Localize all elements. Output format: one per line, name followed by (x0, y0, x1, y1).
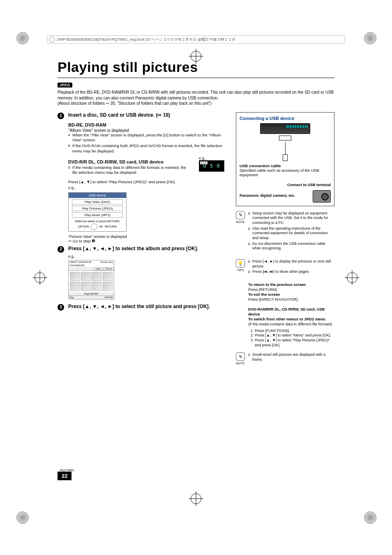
switch-step: Press [▲, ▼] to select "Play Pictures (J… (255, 338, 334, 348)
bdre-bullet: When the "Title View" screen is displaye… (68, 133, 228, 143)
crop-mark-icon (16, 511, 28, 523)
exit-body: Press [DIRECT NAVIGATOR]. (248, 297, 334, 302)
step-number-1: 1 (58, 113, 64, 119)
switch-heading-1: DVD-RAM/R/R DL, CD-R/RW, SD card, USB de… (248, 307, 325, 316)
dn-media: DVD-RAM(VR) (69, 264, 85, 267)
intro-text-2: (About structure of folders ⇨ 35, "Struc… (58, 101, 334, 106)
usb-menu-header: USB device (69, 193, 126, 198)
tips-label: TIPS (236, 268, 245, 272)
dvd-press-line: Press [▲, ▼] to select "Play Pictures (J… (68, 180, 228, 184)
usb-menu-option: Play Music (MP3) (72, 212, 123, 218)
dn-tab-video: Video (94, 267, 103, 270)
bdre-line: "Album View" screen is displayed (68, 128, 228, 133)
intro-text: Playback of the BD-RE, DVD-RAM/R/R DL or… (58, 90, 334, 101)
gear-icon (49, 37, 55, 42)
return-body: Press [RETURN]. (248, 288, 334, 292)
return-heading: To return to the previous screen (248, 283, 306, 287)
thumbnail-icon (103, 272, 113, 281)
rule (58, 78, 334, 78)
registration-mark-icon (347, 272, 357, 283)
thumbnail-icon (81, 272, 91, 281)
picture-view-line: "Picture View" screen is displayed (68, 234, 228, 239)
registration-mark-icon (35, 272, 45, 283)
crop-mark-icon (364, 511, 376, 523)
eg-label: e.g., (199, 156, 228, 160)
thumbnail-icon (92, 272, 102, 281)
usb-device-menu: USB device Play Video (DivX) Play Pictur… (68, 192, 127, 232)
note-bullet: Do not disconnect the USB connection cab… (248, 242, 334, 251)
bdre-heading: BD-RE, DVD-RAM (68, 122, 228, 127)
switch-body: (If the media contains data in different… (248, 322, 334, 327)
goto-step3: ⇨ Go to step ❸ (68, 239, 228, 243)
camera-icon (313, 190, 331, 203)
dvd-bullet: If the media containing data in differen… (68, 165, 191, 175)
note-bullet: Also read the operating instructions of … (248, 226, 334, 241)
usb-port-icon (279, 136, 291, 140)
note-bullet: Setup screen may be displayed on equipme… (248, 211, 334, 226)
usb-menu-nav-ok: OK (99, 225, 103, 228)
tips-icon: 💡 TIPS (236, 259, 245, 272)
switch-step: Press [▲, ▼] to select "Menu" and press … (255, 333, 334, 338)
thumbnail-icon (103, 282, 113, 291)
cable-desc: Specified cable such as accessory of the… (240, 168, 331, 177)
tips-bullet: Press [◄, ►] to display the previous or … (248, 259, 334, 269)
dn-page: Page 001/001 (69, 292, 114, 295)
bdre-bullet: If the DVD-RAM containing both JPEG and … (68, 143, 228, 154)
registration-mark-icon (191, 493, 201, 504)
header-strip-text: DMP-BD80&60EB&EG&EF&GN-RQT9401_eng.book … (57, 37, 235, 42)
dvd-heading: DVD-R/R DL, CD-R/RW, SD card, USB device (68, 159, 191, 164)
note-label: NOTE (236, 220, 245, 224)
step-number-3: 3 (58, 304, 64, 311)
usb-menu-nav-right: RETURN (105, 225, 117, 228)
dpad-icon (91, 223, 97, 230)
terminal-label: Connect to USB terminal (240, 183, 331, 187)
thumbnail-icon (70, 282, 80, 291)
tips-bullet: Press [⏮, ⏭] to show other pages. (248, 269, 334, 274)
eg-label: e.g., (68, 254, 228, 258)
thumbnail-icon (92, 282, 102, 291)
header-strip: DMP-BD80&60EB&EG&EF&GN-RQT9401_eng.book … (47, 35, 345, 44)
note-icon: ✎ NOTE (236, 352, 245, 366)
dn-subtitle: Picture View (101, 261, 113, 263)
player-device-icon (260, 123, 310, 134)
page-title: Playing still pictures (58, 59, 334, 75)
jpeg-badge: JPEG (58, 83, 72, 88)
page-number: 22 (58, 472, 71, 480)
step1-title: Insert a disc, SD card or USB device. (⇨… (68, 112, 170, 118)
cable-icon (285, 142, 286, 154)
lcd-display: USB U 5 0 (199, 160, 224, 172)
usb-plug-icon (283, 154, 288, 161)
dn-title: DIRECT NAVIGATOR (69, 261, 91, 263)
usb-box-title: Connecting a USB device (240, 116, 331, 121)
dn-foot-play: Play (69, 296, 74, 299)
thumbnail-icon (81, 282, 91, 291)
usb-menu-nav-left: OPTION (78, 225, 89, 228)
usb-menu-option: Play Video (DivX) (72, 199, 123, 205)
exit-heading: To exit the screen (248, 292, 280, 297)
note-label: NOTE (236, 362, 245, 366)
lcd-usb-tag: USB (200, 161, 208, 164)
usb-connection-box: Connecting a USB device USB connection c… (236, 112, 334, 206)
note-bullet: Small-sized still pictures are displayed… (248, 352, 334, 362)
thumbnail-icon (70, 272, 80, 281)
eg-label: e.g., (68, 186, 228, 190)
switch-heading-2: To switch from other menus to JPEG menu (248, 317, 325, 321)
dn-foot-option: OPTION (104, 296, 113, 299)
step2-title: Press [▲, ▼, ◄, ►] to select the album a… (68, 246, 198, 251)
usb-menu-footer: Select an action or press RETURN. (69, 219, 126, 223)
step-number-2: 2 (58, 246, 64, 253)
step3-title: Press [▲, ▼, ◄, ►] to select the still p… (68, 304, 210, 309)
crop-mark-icon (16, 32, 28, 44)
crop-mark-icon (364, 32, 376, 44)
direct-navigator-screen: DIRECT NAVIGATOR Picture View DVD-RAM(VR… (68, 260, 114, 299)
usb-menu-option: Play Pictures (JPEG) (72, 206, 123, 211)
note-icon: ✎ NOTE (236, 211, 245, 224)
switch-step: Press [FUNCTIONS]. (255, 329, 334, 334)
dn-tab-picture: Picture (104, 267, 114, 270)
camera-label: Panasonic digital camera, etc. (240, 193, 309, 198)
cable-label: USB connection cable (240, 164, 331, 168)
